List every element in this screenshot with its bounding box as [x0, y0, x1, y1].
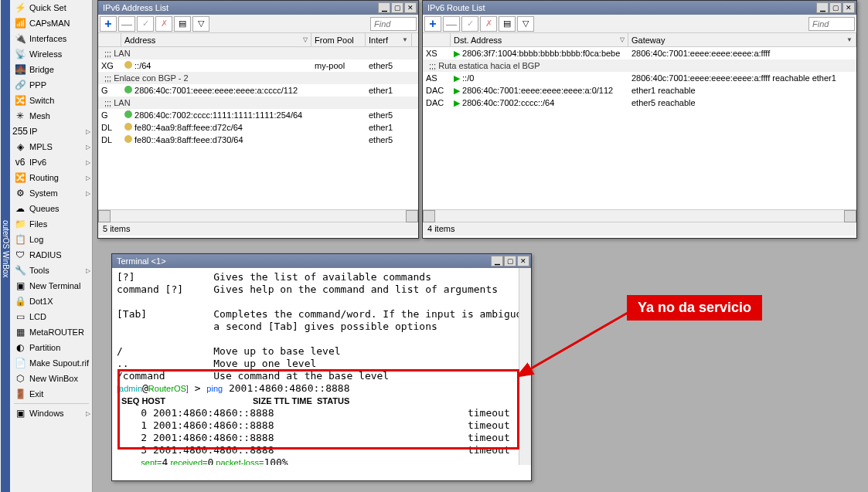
sidebar-icon: 🛡: [14, 249, 26, 261]
submenu-arrow-icon: ▷: [86, 159, 90, 166]
sidebar-item-exit[interactable]: 🚪Exit: [11, 386, 92, 402]
sidebar-item-mpls[interactable]: ◈MPLS▷: [11, 139, 92, 154]
comment-button[interactable]: ▤: [174, 16, 191, 32]
table-body[interactable]: XS▶ 2806:3f7:1004:bbbb:bbbb:bbbb:f0ca:be…: [423, 47, 856, 209]
minimize-button[interactable]: ▁: [378, 2, 390, 13]
close-button[interactable]: ✕: [404, 2, 417, 13]
table-body[interactable]: ;;; LANXG ::/64my-poolether5;;; Enlace c…: [98, 47, 418, 209]
sidebar-item-wireless[interactable]: 📡Wireless: [11, 46, 92, 62]
find-input[interactable]: [370, 17, 417, 31]
filter-button[interactable]: ▽: [517, 16, 534, 32]
sidebar-item-mesh[interactable]: ✳Mesh: [11, 108, 92, 124]
table-row[interactable]: DAC▶ 2806:40c:7001:eeee:eeee:eeee:a:0/11…: [423, 84, 856, 97]
sidebar-label: IP: [29, 127, 37, 136]
sidebar-item-windows[interactable]: ▣Windows▷: [11, 405, 92, 421]
sidebar-item-radius[interactable]: 🛡RADIUS: [11, 247, 92, 263]
table-row[interactable]: ;;; Ruta estatica hacia el BGP: [423, 59, 856, 72]
sidebar-label: Interfaces: [29, 34, 66, 43]
filter-button[interactable]: ▽: [192, 16, 209, 32]
window-title: Terminal <1>: [114, 256, 490, 266]
add-button[interactable]: +: [424, 16, 441, 32]
sidebar-label: Quick Set: [29, 3, 66, 12]
sidebar-item-tools[interactable]: 🔧Tools▷: [11, 263, 92, 278]
col-gateway[interactable]: Gateway▼: [628, 33, 856, 46]
col-address[interactable]: Address▽: [121, 33, 311, 46]
sidebar-label: MPLS: [29, 142, 53, 151]
table-header: Dst. Address▽ Gateway▼: [423, 33, 856, 47]
sidebar-item-queues[interactable]: ☁Queues: [11, 201, 92, 216]
submenu-arrow-icon: ▷: [86, 144, 90, 151]
sidebar-item-make-supout.rif[interactable]: 📄Make Supout.rif: [11, 355, 92, 371]
table-row[interactable]: XS▶ 2806:3f7:1004:bbbb:bbbb:bbbb:f0ca:be…: [423, 47, 856, 59]
table-row[interactable]: ;;; Enlace con BGP - 2: [98, 72, 418, 84]
table-row[interactable]: AS▶ ::/02806:40c:7001:eeee:eeee:eeee:a:f…: [423, 72, 856, 84]
titlebar[interactable]: IPv6 Route List ▁ ▢ ✕: [423, 1, 856, 15]
sidebar-item-interfaces[interactable]: 🔌Interfaces: [11, 31, 92, 46]
maximize-button[interactable]: ▢: [829, 2, 842, 13]
h-scrollbar[interactable]: [98, 209, 418, 222]
sidebar-item-new-terminal[interactable]: ▣New Terminal: [11, 278, 92, 294]
status-flag-icon: [124, 61, 132, 69]
enable-button[interactable]: ✓: [137, 16, 154, 32]
sidebar-item-quick-set[interactable]: ⚡Quick Set: [11, 0, 92, 15]
submenu-arrow-icon: ▷: [86, 410, 90, 417]
sidebar-item-metarouter[interactable]: ▦MetaROUTER: [11, 324, 92, 340]
sidebar-item-lcd[interactable]: ▭LCD: [11, 309, 92, 324]
col-from-pool[interactable]: From Pool: [311, 33, 366, 46]
sidebar-item-switch[interactable]: 🔀Switch: [11, 93, 92, 108]
sidebar-icon: 📁: [14, 218, 26, 230]
table-row[interactable]: XG ::/64my-poolether5: [98, 59, 418, 72]
sidebar-label: Bridge: [29, 65, 54, 74]
close-button[interactable]: ✕: [517, 256, 529, 266]
sidebar-icon: 🔀: [14, 94, 26, 107]
table-row[interactable]: ;;; LAN: [98, 97, 418, 109]
remove-button[interactable]: —: [118, 16, 135, 32]
sidebar-item-partition[interactable]: ◐Partition: [11, 340, 92, 355]
remove-button[interactable]: —: [443, 16, 460, 32]
sidebar-item-ppp[interactable]: 🔗PPP: [11, 77, 92, 93]
close-button[interactable]: ✕: [842, 2, 855, 13]
sidebar-item-routing[interactable]: 🔀Routing▷: [11, 170, 92, 185]
find-input[interactable]: [808, 17, 855, 31]
table-row[interactable]: ;;; LAN: [98, 47, 418, 59]
table-header: Address▽ From Pool Interf▼: [98, 33, 418, 47]
sidebar-item-bridge[interactable]: 🌉Bridge: [11, 62, 92, 77]
sidebar-item-capsman[interactable]: 📶CAPsMAN: [11, 15, 92, 31]
minimize-button[interactable]: ▁: [816, 2, 829, 13]
sidebar-item-ipv6[interactable]: v6IPv6▷: [11, 154, 92, 170]
col-dst-address[interactable]: Dst. Address▽: [451, 33, 628, 46]
v-scrollbar[interactable]: [519, 268, 531, 465]
sidebar-item-new-winbox[interactable]: ⬡New WinBox: [11, 371, 92, 386]
col-interface[interactable]: Interf▼: [366, 33, 412, 46]
table-row[interactable]: G 2806:40c:7002:cccc:1111:1111:1111:254/…: [98, 109, 418, 121]
sidebar-item-ip[interactable]: 255IP▷: [11, 124, 92, 139]
enable-button[interactable]: ✓: [461, 16, 478, 32]
sidebar-icon: 255: [14, 125, 26, 137]
table-row[interactable]: DL fe80::4aa9:8aff:feee:d72c/64ether1: [98, 121, 418, 134]
sidebar-label: New Terminal: [29, 281, 80, 290]
maximize-button[interactable]: ▢: [391, 2, 403, 13]
h-scrollbar[interactable]: [423, 209, 856, 222]
sidebar-item-log[interactable]: 📋Log: [11, 232, 92, 247]
disable-button[interactable]: ✗: [155, 16, 172, 32]
comment-button[interactable]: ▤: [499, 16, 516, 32]
titlebar[interactable]: Terminal <1> ▁ ▢ ✕: [112, 254, 531, 268]
sidebar-item-system[interactable]: ⚙System▷: [11, 185, 92, 201]
add-button[interactable]: +: [100, 16, 117, 32]
disable-button[interactable]: ✗: [480, 16, 497, 32]
sidebar-item-files[interactable]: 📁Files: [11, 216, 92, 232]
terminal-content[interactable]: [?] Gives the list of available commands…: [112, 268, 531, 465]
sidebar: outerOS WinBox ⚡Quick Set📶CAPsMAN🔌Interf…: [0, 0, 93, 492]
sidebar-label: Wireless: [29, 49, 62, 59]
table-row[interactable]: G 2806:40c:7001:eeee:eeee:eeee:a:cccc/11…: [98, 84, 418, 97]
table-row[interactable]: DAC▶ 2806:40c:7002:cccc::/64ether5 reach…: [423, 97, 856, 109]
maximize-button[interactable]: ▢: [504, 256, 516, 266]
sidebar-item-dot1x[interactable]: 🔒Dot1X: [11, 294, 92, 309]
minimize-button[interactable]: ▁: [491, 256, 503, 266]
status-bar: 4 items: [423, 222, 856, 236]
titlebar[interactable]: IPv6 Address List ▁ ▢ ✕: [98, 1, 418, 15]
sidebar-icon: ☁: [14, 202, 26, 215]
table-row[interactable]: DL fe80::4aa9:8aff:feee:d730/64ether5: [98, 134, 418, 146]
sidebar-label: Windows: [29, 409, 64, 418]
sidebar-label: Make Supout.rif: [29, 358, 89, 368]
